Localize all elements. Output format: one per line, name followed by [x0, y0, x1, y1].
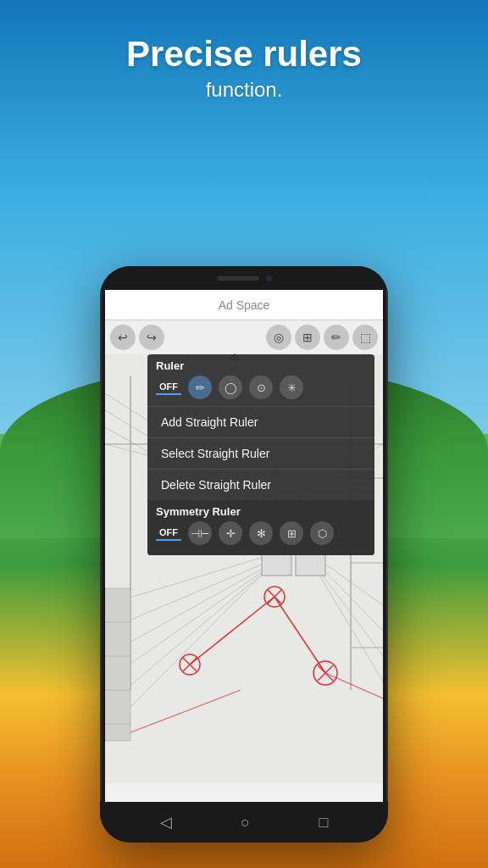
nav-back-button[interactable]: ◁	[160, 813, 172, 832]
toolbar: ↩ ↪ ◎ ⊞ ✏ ⬚	[105, 320, 383, 354]
ruler-star-icon[interactable]: ✳	[280, 376, 303, 399]
symmetry-lr-icon[interactable]: ⊣⊢	[188, 521, 212, 545]
undo-button[interactable]: ↩	[110, 325, 136, 350]
symmetry-cross-icon[interactable]: ✛	[219, 521, 242, 545]
ruler-circle-icon[interactable]: ◯	[219, 376, 242, 399]
phone-screen: Ad Space ↩ ↪ ◎ ⊞ ✏ ⬚ Ruler OFF ✏ ◯ ⊙	[105, 290, 383, 802]
ruler-ellipse-icon[interactable]: ⊙	[249, 376, 273, 399]
nav-home-button[interactable]: ○	[241, 814, 250, 832]
symmetry-grid-icon[interactable]: ⊞	[280, 521, 303, 545]
ruler-straight-icon[interactable]: ✏	[188, 376, 212, 399]
phone-speaker	[217, 276, 259, 281]
svg-rect-21	[105, 588, 130, 741]
ruler-icons-row: OFF ✏ ◯ ⊙ ✳	[156, 376, 366, 404]
export-button[interactable]: ⬚	[352, 325, 378, 350]
phone-top-bar	[100, 266, 388, 290]
redo-button[interactable]: ↪	[139, 325, 164, 350]
symmetry-radial-icon[interactable]: ✻	[249, 521, 273, 545]
phone-camera	[266, 275, 272, 281]
phone-bottom-nav: ◁ ○ □	[100, 802, 388, 843]
symmetry-box-icon[interactable]: ⬡	[310, 521, 334, 545]
menu-arrow	[228, 353, 241, 360]
circle-tool-button[interactable]: ◎	[266, 325, 291, 350]
phone-frame: Ad Space ↩ ↪ ◎ ⊞ ✏ ⬚ Ruler OFF ✏ ◯ ⊙	[100, 266, 388, 843]
delete-straight-ruler-item[interactable]: Delete Straight Ruler	[147, 469, 374, 500]
header-subtitle: function.	[0, 78, 488, 102]
add-straight-ruler-item[interactable]: Add Straight Ruler	[147, 406, 374, 437]
select-straight-ruler-item[interactable]: Select Straight Ruler	[147, 437, 374, 469]
symmetry-section: Symmetry Ruler OFF ⊣⊢ ✛ ✻ ⊞ ⬡	[147, 500, 374, 555]
ruler-off-button[interactable]: OFF	[156, 380, 181, 395]
header-title: Precise rulers	[0, 34, 488, 75]
pen-button[interactable]: ✏	[324, 325, 349, 350]
ruler-section-title: Ruler	[156, 359, 366, 372]
ad-space-label: Ad Space	[219, 298, 270, 312]
ruler-menu: Ruler OFF ✏ ◯ ⊙ ✳ Add Straight Ruler Sel…	[147, 354, 374, 555]
header-section: Precise rulers function.	[0, 34, 488, 102]
symmetry-section-title: Symmetry Ruler	[156, 505, 366, 518]
layers-button[interactable]: ⊞	[295, 325, 320, 350]
ruler-section: Ruler OFF ✏ ◯ ⊙ ✳	[147, 354, 374, 406]
symmetry-off-button[interactable]: OFF	[156, 526, 181, 541]
nav-recents-button[interactable]: □	[319, 814, 328, 832]
symmetry-icons-row: OFF ⊣⊢ ✛ ✻ ⊞ ⬡	[156, 521, 366, 550]
ad-space-bar: Ad Space	[105, 290, 383, 320]
